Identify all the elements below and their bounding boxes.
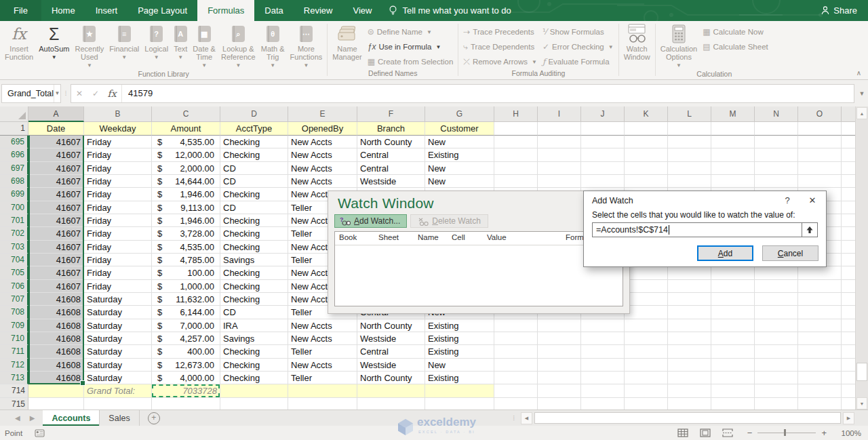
scroll-down-icon[interactable]: ▼ [856,397,867,409]
column-header-m[interactable]: M [711,106,755,122]
cell-branch[interactable]: Westside [357,359,425,372]
normal-view-icon[interactable] [677,428,688,437]
cell-amount[interactable]: $7,000.00 [152,319,220,332]
delete-watch-button[interactable]: Delete Watch [410,214,488,228]
row-header-703[interactable]: 703 [0,241,28,254]
cell[interactable] [668,359,711,372]
cell-amount[interactable]: $6,144.00 [152,306,220,319]
cell[interactable] [711,398,755,410]
ribbon-tab-review[interactable]: Review [294,0,343,21]
cell[interactable] [842,293,856,306]
cell[interactable] [755,266,798,279]
cell[interactable] [755,148,798,161]
cell[interactable] [711,280,755,293]
cell[interactable] [755,162,798,175]
cell[interactable] [842,214,856,227]
cell-date[interactable]: 41607 [28,227,84,240]
cell-branch[interactable]: Central [357,148,425,161]
cell-amount[interactable]: $12,000.00 [152,148,220,161]
cell-accttype[interactable]: CD [220,201,288,214]
cell[interactable] [842,175,856,188]
cell[interactable] [711,384,755,397]
cell-date[interactable]: 41608 [28,332,84,345]
cell[interactable] [711,359,755,372]
cell[interactable] [357,384,425,397]
cell-date[interactable]: 41607 [28,266,84,279]
cell[interactable] [711,266,755,279]
cell-branch[interactable]: Westside [357,175,425,188]
cell[interactable] [494,136,538,148]
cell[interactable] [581,162,625,175]
cell-date[interactable]: 41607 [28,214,84,227]
cell[interactable] [538,345,581,358]
cell-customer[interactable]: Existing [425,372,494,384]
cell-amount[interactable]: $100.00 [152,266,220,279]
cell[interactable] [668,345,711,358]
cell[interactable] [798,280,842,293]
cell-weekday[interactable]: Friday [84,266,152,279]
cell-amount[interactable]: $1,946.00 [152,214,220,227]
cell[interactable] [494,345,538,358]
cell[interactable] [842,241,856,254]
cell-weekday[interactable]: Friday [84,148,152,161]
cell-reference-input[interactable]: =Accounts!$C$714 [592,222,802,237]
ribbon-tab-view[interactable]: View [342,0,382,21]
cell-branch[interactable]: Westside [357,332,425,345]
cell-accttype[interactable]: Checking [220,188,288,201]
cell-date[interactable]: 41607 [28,188,84,201]
cell[interactable] [755,293,798,306]
cell[interactable] [798,293,842,306]
select-all-corner[interactable] [0,106,28,122]
cell[interactable] [711,293,755,306]
header-cell[interactable]: Branch [357,122,425,136]
scroll-up-icon[interactable]: ▲ [856,107,867,119]
row-header-700[interactable]: 700 [0,201,28,214]
header-cell[interactable]: AcctType [220,122,288,136]
scroll-right-icon[interactable]: ▶ [843,412,854,424]
cell[interactable] [755,122,798,136]
cell[interactable] [425,398,494,410]
cell-weekday[interactable]: Saturday [84,293,152,306]
cell-openedby[interactable]: Teller [288,372,357,384]
cell[interactable] [668,319,711,332]
cell[interactable] [152,398,220,410]
cell[interactable] [494,162,538,175]
cell-date[interactable]: 41608 [28,345,84,358]
header-cell[interactable]: Weekday [84,122,152,136]
column-header-i[interactable]: I [538,106,581,122]
cell-branch[interactable]: Central [357,345,425,358]
row-header-715[interactable]: 715 [0,398,28,410]
cell[interactable] [538,359,581,372]
cell[interactable] [755,332,798,345]
cell[interactable] [668,122,711,136]
zoom-in-icon[interactable]: + [821,428,827,438]
cell[interactable] [538,372,581,384]
column-header-n[interactable]: N [755,106,798,122]
cell[interactable] [581,148,625,161]
cell[interactable] [538,136,581,148]
range-selector-button[interactable] [802,222,818,237]
cell-accttype[interactable]: Savings [220,332,288,345]
cell-weekday[interactable]: Saturday [84,359,152,372]
cell-accttype[interactable]: Checking [220,148,288,161]
column-header-d[interactable]: D [220,106,288,122]
cell-weekday[interactable]: Saturday [84,372,152,384]
add-watch-dialog[interactable]: Add Watch ? ✕ Select the cells that you … [583,191,827,267]
column-header-g[interactable]: G [425,106,494,122]
cell[interactable] [581,345,625,358]
cell-weekday[interactable]: Friday [84,241,152,254]
row-header-701[interactable]: 701 [0,214,28,227]
row-header-710[interactable]: 710 [0,332,28,345]
cell[interactable] [668,398,711,410]
cell[interactable] [842,122,856,136]
date-time-button[interactable]: ▦Date &Time▼ [190,23,218,70]
cell[interactable] [288,398,357,410]
cell-accttype[interactable]: Checking [220,372,288,384]
cell[interactable] [494,398,538,410]
cell-accttype[interactable]: Checking [220,293,288,306]
cell[interactable] [798,384,842,397]
dialog-help-icon[interactable]: ? [776,195,799,205]
cell[interactable] [798,398,842,410]
cell-weekday[interactable]: Saturday [84,319,152,332]
cell[interactable] [711,148,755,161]
